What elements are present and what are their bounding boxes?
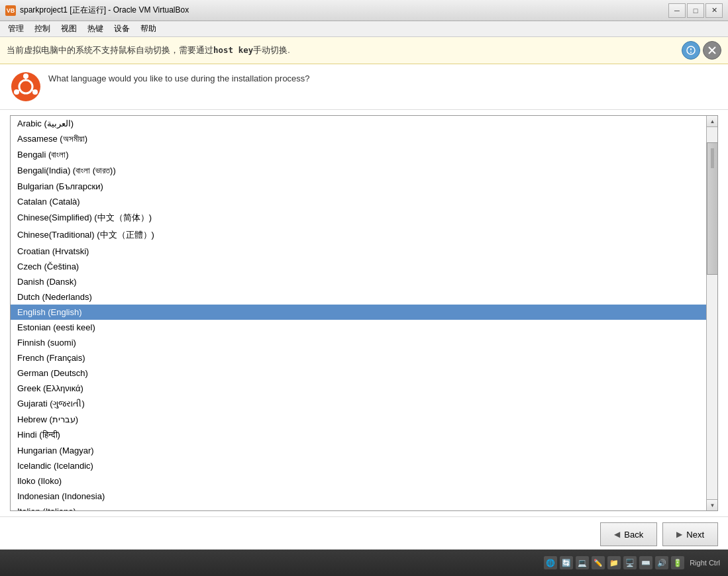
window-title: sparkproject1 [正在运行] - Oracle VM Virtual… [20,5,668,16]
language-item-bengali[interactable]: Bengali (বাংলা) [11,147,717,163]
language-item-assamese[interactable]: Assamese (অসমীয়া) [11,131,717,147]
title-bar: VB sparkproject1 [正在运行] - Oracle VM Virt… [0,0,728,21]
menu-hotkey[interactable]: 热键 [82,22,109,36]
right-ctrl-label: Right Ctrl [687,559,723,567]
notification-icons [682,41,721,60]
close-button[interactable]: ✕ [705,3,723,18]
language-item-german[interactable]: German (Deutsch) [11,365,717,381]
back-button[interactable]: ◀ Back [600,522,657,546]
next-arrow-icon: ▶ [676,530,682,539]
language-item-dutch[interactable]: Dutch (Nederlands) [11,289,717,305]
bottom-bar: ◀ Back ▶ Next [0,516,728,552]
notification-icon-2[interactable] [703,41,721,60]
language-item-arabic[interactable]: Arabic (العربية) [11,116,717,131]
taskbar-icon-5[interactable]: 📁 [607,556,621,569]
taskbar-icon-9[interactable]: 🔋 [671,556,684,569]
restore-button[interactable]: □ [687,3,704,18]
language-item-icelandic[interactable]: Icelandic (Icelandic) [11,458,717,473]
language-item-english[interactable]: English (English) [11,305,717,320]
language-item-finnish[interactable]: Finnish (suomi) [11,335,717,350]
language-item-croatian[interactable]: Croatian (Hrvatski) [11,244,717,259]
back-arrow-icon: ◀ [614,530,620,539]
taskbar-icon-6[interactable]: 🖥️ [623,556,637,569]
svg-point-9 [14,89,19,95]
language-item-hindi[interactable]: Hindi (हिन्दी) [11,427,717,443]
taskbar: 🌐 🔄 💻 ✏️ 📁 🖥️ ⌨️ 🔊 🔋 Right Ctrl [0,550,728,576]
mascot-icon [10,71,42,103]
installer-header-text: What language would you like to use duri… [48,71,310,83]
notification-bar: 当前虚拟电脑中的系统不支持鼠标自动切换，需要通过host key手动切换. [0,37,728,64]
svg-line-12 [19,90,20,91]
window-controls: ─ □ ✕ [668,3,723,18]
language-item-gujarati[interactable]: Gujarati (ગુજરાતી) [11,396,717,412]
taskbar-icon-4[interactable]: ✏️ [592,556,605,569]
app-icon: VB [5,5,16,16]
svg-point-2 [690,52,692,53]
language-item-bulgarian[interactable]: Bulgarian (Български) [11,179,717,194]
language-item-french[interactable]: French (Français) [11,350,717,365]
notification-icon-1[interactable] [682,41,700,60]
language-item-italian[interactable]: Italian (Italiano) [11,504,717,510]
taskbar-icon-7[interactable]: ⌨️ [639,556,652,569]
scrollbar-down-button[interactable]: ▼ [707,499,718,510]
language-item-danish[interactable]: Danish (Dansk) [11,274,717,289]
installer-header: What language would you like to use duri… [0,64,728,110]
language-item-estonian[interactable]: Estonian (eesti keel) [11,320,717,335]
taskbar-icon-2[interactable]: 🔄 [560,556,573,569]
menu-view[interactable]: 视图 [56,22,82,36]
svg-point-8 [32,89,38,95]
language-item-catalan[interactable]: Catalan (Català) [11,194,717,209]
taskbar-icon-8[interactable]: 🔊 [655,556,668,569]
scrollbar-up-button[interactable]: ▲ [707,116,718,127]
language-item-bengali-india[interactable]: Bengali(India) (বাংলা (ভারত)) [11,163,717,179]
minimize-button[interactable]: ─ [668,3,686,18]
language-list-container: Arabic (العربية)Assamese (অসমীয়া)Bengal… [10,115,718,511]
taskbar-icon-3[interactable]: 💻 [576,556,589,569]
language-item-greek[interactable]: Greek (Ελληνικά) [11,381,717,396]
language-item-indonesian[interactable]: Indonesian (Indonesia) [11,489,717,504]
language-item-iloko[interactable]: Iloko (Iloko) [11,473,717,489]
menu-manage[interactable]: 管理 [3,22,29,36]
menu-control[interactable]: 控制 [29,22,56,36]
menu-devices[interactable]: 设备 [109,22,135,36]
menu-bar: 管理 控制 视图 热键 设备 帮助 [0,21,728,37]
language-item-chinese-traditional[interactable]: Chinese(Traditional) (中文（正體）) [11,226,717,244]
notification-text: 当前虚拟电脑中的系统不支持鼠标自动切换，需要通过host key手动切换. [7,45,290,56]
vm-content: What language would you like to use duri… [0,64,728,552]
language-item-hungarian[interactable]: Hungarian (Magyar) [11,443,717,458]
next-button[interactable]: ▶ Next [662,522,718,546]
language-item-hebrew[interactable]: Hebrew (עברית) [11,412,717,427]
scrollbar-track[interactable]: ▲ ▼ [706,116,717,510]
language-item-czech[interactable]: Czech (Čeština) [11,259,717,274]
menu-help[interactable]: 帮助 [135,22,162,36]
language-list[interactable]: Arabic (العربية)Assamese (অসমীয়া)Bengal… [11,116,717,510]
svg-point-7 [23,73,28,79]
svg-line-11 [32,90,34,91]
language-item-chinese-simplified[interactable]: Chinese(Simplified) (中文（简体）) [11,209,717,226]
taskbar-icon-1[interactable]: 🌐 [544,556,557,569]
scrollbar-thumb[interactable] [707,142,718,275]
